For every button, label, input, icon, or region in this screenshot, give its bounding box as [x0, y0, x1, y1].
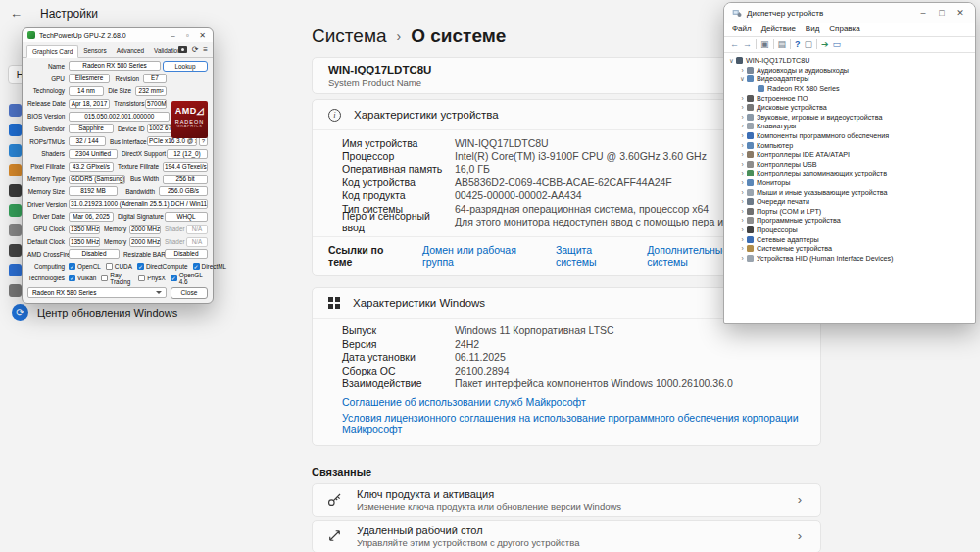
tree-item-computer-node[interactable]: ›Компьютер: [726, 140, 973, 150]
expander-icon[interactable]: ›: [739, 123, 746, 129]
expander-icon[interactable]: ›: [739, 67, 746, 74]
sidebar-item-windows-update[interactable]: ⟳ Центр обновления Windows: [12, 304, 177, 321]
expander-icon[interactable]: ›: [739, 245, 746, 252]
checkbox-item-vulkan[interactable]: ✓Vulkan: [69, 275, 96, 281]
topic-link[interactable]: Защита системы: [556, 244, 625, 268]
restore-button[interactable]: ▫: [182, 31, 193, 40]
close-button[interactable]: ✕: [954, 8, 967, 18]
menu-справка[interactable]: Справка: [829, 25, 859, 33]
sidebar-item-time-language-icon[interactable]: [9, 224, 22, 236]
checkbox-item-ray-tracing[interactable]: Ray Tracing: [101, 272, 133, 285]
expander-icon[interactable]: ›: [739, 198, 746, 205]
sidebar-item-gaming-icon[interactable]: [9, 244, 22, 257]
tab-graphics-card[interactable]: Graphics Card: [26, 45, 78, 58]
expander-icon[interactable]: ›: [739, 226, 746, 233]
expander-icon[interactable]: ›: [739, 95, 746, 102]
tree-item-computer[interactable]: ∨WIN-IQQ17LDTC8U: [726, 56, 973, 66]
expander-icon[interactable]: ›: [739, 142, 746, 149]
details-icon[interactable]: ▤: [778, 39, 787, 49]
expander-icon[interactable]: ›: [739, 217, 746, 224]
tree-item-sound-devices[interactable]: ›Звуковые, игровые и видеоустройства: [726, 113, 973, 123]
screenshot-icon[interactable]: [178, 46, 187, 53]
windows-license-link[interactable]: Условия лицензионного соглашения на испо…: [342, 412, 805, 435]
computer-icon[interactable]: ▣: [760, 39, 769, 49]
sidebar-item-privacy-icon[interactable]: [9, 284, 22, 297]
checkbox-item-opengl-4-6[interactable]: ✓OpenGL 4.6: [171, 272, 203, 285]
monitor-icon[interactable]: ▭: [833, 39, 842, 49]
menu-действие[interactable]: Действие: [761, 25, 796, 33]
help-icon[interactable]: ?: [795, 39, 801, 49]
topic-link[interactable]: Домен или рабочая группа: [422, 244, 534, 268]
tree-item-ports[interactable]: ›Порты (COM и LPT): [726, 207, 973, 217]
tree-item-gpu[interactable]: Radeon RX 580 Series: [726, 84, 973, 94]
checkbox-item-physx[interactable]: PhysX: [138, 275, 165, 281]
related-item-remote-desktop[interactable]: Удаленный рабочий столУправляйте этим ус…: [312, 520, 821, 552]
windows-license-link[interactable]: Соглашение об использовании служб Майкро…: [342, 396, 805, 408]
expander-icon[interactable]: ›: [739, 170, 746, 176]
tab-advanced[interactable]: Advanced: [112, 45, 149, 57]
expander-icon[interactable]: ›: [739, 104, 746, 111]
chevron-right-icon[interactable]: ›: [793, 492, 807, 507]
expander-icon[interactable]: ›: [739, 179, 746, 186]
gpuz-titlebar[interactable]: TechPowerUp GPU-Z 2.68.0 – ▫ ✕: [23, 28, 213, 42]
expander-icon[interactable]: ∨: [728, 57, 735, 65]
close-button[interactable]: ✕: [197, 31, 208, 40]
tree-item-hid-devices[interactable]: ›Устройства HID (Human Interface Devices…: [726, 253, 973, 263]
tree-item-keyboards[interactable]: ›Клавиатуры: [726, 122, 973, 131]
device-manager-titlebar[interactable]: Диспетчер устройств – □ ✕: [724, 3, 975, 23]
expander-icon[interactable]: ›: [739, 255, 746, 262]
tree-item-mice[interactable]: ›Мыши и иные указывающие устройства: [726, 187, 973, 197]
expander-icon[interactable]: ›: [739, 189, 746, 196]
tree-item-disk-drives[interactable]: ›Дисковые устройства: [726, 103, 973, 113]
maximize-button[interactable]: □: [935, 8, 949, 18]
breadcrumb-parent[interactable]: Система: [312, 25, 387, 47]
expander-icon[interactable]: ›: [739, 161, 746, 168]
tree-item-print-queues[interactable]: ›Очереди печати: [726, 197, 973, 207]
sidebar-item-apps-icon[interactable]: [9, 184, 22, 197]
related-item-key[interactable]: Ключ продукта и активацияИзменение ключа…: [312, 483, 821, 517]
expander-icon[interactable]: ›: [739, 236, 746, 243]
lookup-button[interactable]: Lookup: [163, 61, 208, 72]
properties-icon[interactable]: ▢: [805, 39, 813, 49]
checkbox-item-cuda[interactable]: CUDA: [106, 263, 132, 270]
tree-item-system-devices[interactable]: ›Системные устройства: [726, 244, 973, 254]
sidebar-item-network-icon[interactable]: [9, 144, 22, 157]
menu-вид[interactable]: Вид: [806, 25, 819, 33]
menu-файл[interactable]: Файл: [732, 25, 752, 33]
tree-item-firmware[interactable]: ›Встроенное ПО: [726, 93, 973, 103]
tree-item-network-adapters[interactable]: ›Сетевые адаптеры: [726, 234, 973, 244]
sidebar-item-personalization-icon[interactable]: [9, 164, 22, 176]
tree-item-display-adapters[interactable]: ∨Видеоадаптеры: [726, 75, 973, 84]
sidebar-item-bluetooth-devices-icon[interactable]: [9, 124, 22, 136]
gpuz-close-button[interactable]: Close: [171, 287, 208, 299]
checkbox-item-opencl[interactable]: ✓OpenCL: [69, 263, 101, 270]
tab-sensors[interactable]: Sensors: [78, 45, 111, 57]
checkbox-item-directcompute[interactable]: ✓DirectCompute: [137, 263, 188, 270]
sidebar-item-accounts-icon[interactable]: [9, 204, 22, 217]
tree-item-software-devices[interactable]: ›Программные устройства: [726, 216, 973, 226]
chevron-right-icon[interactable]: ›: [793, 528, 807, 543]
tree-item-audio-io[interactable]: ›Аудиовходы и аудиовыходы: [726, 66, 973, 75]
sidebar-item-system-icon[interactable]: [9, 104, 22, 117]
expander-icon[interactable]: ›: [739, 114, 746, 121]
gpu-select-dropdown[interactable]: Radeon RX 580 Series: [27, 287, 167, 298]
minimize-button[interactable]: –: [916, 8, 930, 18]
sidebar-item-accessibility-icon[interactable]: [9, 264, 22, 276]
tree-item-software-components[interactable]: ›Компоненты программного обеспечения: [726, 131, 973, 141]
tree-item-storage-controllers[interactable]: ›Контроллеры запоминающих устройств: [726, 169, 973, 178]
minimize-button[interactable]: –: [168, 31, 178, 40]
refresh-icon[interactable]: ⟳: [192, 45, 199, 54]
checkbox-item-directml[interactable]: ✓DirectML: [193, 263, 227, 270]
forward-icon[interactable]: →: [743, 39, 752, 49]
expander-icon[interactable]: ∨: [739, 75, 746, 83]
tree-item-ide-controllers[interactable]: ›Контроллеры IDE ATA/ATAPI: [726, 150, 973, 160]
expander-icon[interactable]: ›: [739, 208, 746, 215]
expander-icon[interactable]: ›: [739, 151, 746, 158]
tree-item-monitors[interactable]: ›Мониторы: [726, 178, 973, 188]
menu-icon[interactable]: ≡: [203, 45, 208, 54]
tree-item-usb-controllers[interactable]: ›Контроллеры USB: [726, 160, 973, 170]
tree-item-processors[interactable]: ›Процессоры: [726, 226, 973, 235]
back-icon[interactable]: ←: [730, 39, 739, 49]
scan-icon[interactable]: ➔: [821, 39, 829, 49]
expander-icon[interactable]: ›: [739, 132, 746, 139]
